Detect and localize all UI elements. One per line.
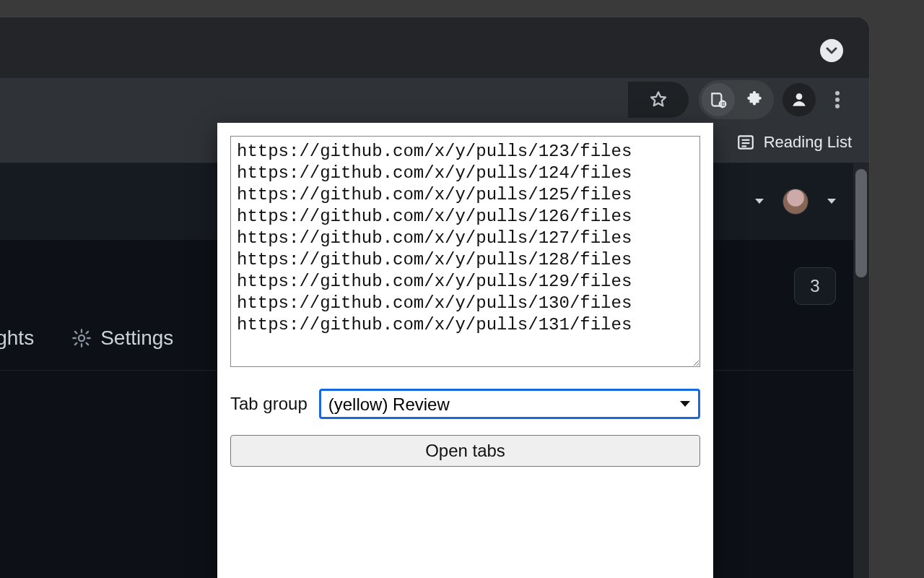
- tab-search-button[interactable]: [820, 39, 843, 62]
- reading-list-label: Reading List: [764, 133, 852, 152]
- tab-strip: [0, 17, 869, 78]
- tab-group-label: Tab group: [230, 394, 308, 414]
- badge-value: 3: [810, 276, 819, 296]
- caret-down-icon[interactable]: [754, 197, 765, 206]
- overflow-menu-button[interactable]: [821, 84, 853, 116]
- svg-point-9: [79, 335, 84, 341]
- svg-point-4: [835, 104, 840, 108]
- svg-point-2: [835, 91, 840, 95]
- reading-list-icon: [736, 133, 755, 152]
- user-avatar[interactable]: [783, 189, 808, 215]
- reading-list-button[interactable]: Reading List: [736, 121, 852, 163]
- book-globe-icon: [709, 90, 728, 109]
- address-bar-end: [628, 82, 689, 118]
- extension-cluster: [699, 80, 774, 119]
- toolbar: [0, 78, 869, 121]
- tab-group-select[interactable]: (yellow) Review: [319, 389, 700, 419]
- count-badge[interactable]: 3: [794, 267, 836, 305]
- extension-popup: Tab group (yellow) Review Open tabs: [217, 123, 713, 578]
- active-extension-button[interactable]: [702, 83, 735, 116]
- tab-label: ights: [0, 327, 34, 350]
- gear-icon: [71, 328, 92, 348]
- urls-textarea[interactable]: [230, 136, 700, 367]
- star-icon[interactable]: [648, 90, 668, 110]
- puzzle-icon: [745, 90, 764, 109]
- scrollbar[interactable]: [853, 163, 869, 578]
- tab-settings[interactable]: Settings: [71, 327, 173, 350]
- tab-insights[interactable]: ights: [0, 327, 34, 350]
- profile-button[interactable]: [783, 83, 816, 116]
- svg-point-3: [835, 98, 840, 102]
- person-icon: [790, 90, 808, 109]
- open-tabs-button[interactable]: Open tabs: [230, 435, 700, 467]
- extensions-button[interactable]: [738, 83, 771, 116]
- caret-down-icon: [826, 45, 837, 56]
- caret-down-icon[interactable]: [826, 197, 837, 206]
- kebab-icon: [834, 90, 840, 109]
- tab-label: Settings: [100, 327, 173, 350]
- svg-point-1: [796, 93, 803, 100]
- scrollbar-thumb[interactable]: [855, 169, 867, 277]
